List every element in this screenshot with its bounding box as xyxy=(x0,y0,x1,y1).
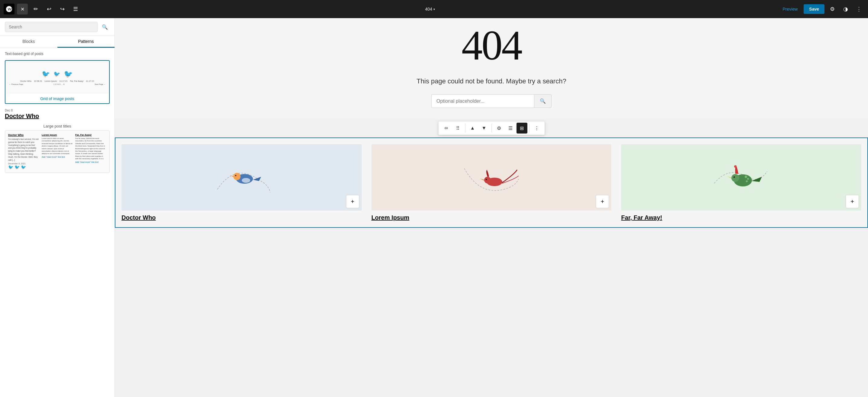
post-image-1: + xyxy=(122,144,362,210)
small-bird-3: 🐦 xyxy=(21,165,26,169)
svg-point-10 xyxy=(747,178,749,180)
svg-point-9 xyxy=(745,175,747,178)
svg-point-1 xyxy=(233,173,241,180)
post-1-add-button[interactable]: + xyxy=(346,195,359,208)
post1-images: 🐦 🐦 🐦 xyxy=(8,165,39,169)
svg-point-2 xyxy=(235,175,236,176)
post-col-3: Far, Far Away! Far far away, behind the … xyxy=(75,134,106,169)
sidebar-tabs: Blocks Patterns xyxy=(0,36,115,48)
green-bird-svg xyxy=(711,153,772,201)
page-numbers: 1 2 3 4 5 … 8 xyxy=(54,84,64,85)
search-icon[interactable]: 🔍 xyxy=(100,22,110,32)
404-text: 404 xyxy=(115,24,868,66)
bird-icon-1: 🐦 xyxy=(42,70,50,78)
svg-point-5 xyxy=(484,177,491,184)
prev-page-label: ← Previous Page xyxy=(9,84,23,85)
toolbar-move-up-button[interactable]: ▲ xyxy=(467,123,478,134)
svg-point-12 xyxy=(732,174,739,182)
wp-logo xyxy=(4,4,14,14)
svg-point-11 xyxy=(746,180,748,182)
page-search-button[interactable]: 🔍 xyxy=(534,94,552,108)
settings-button[interactable]: ⚙ xyxy=(827,4,838,14)
text-based-grid-label: Text-based grid of posts xyxy=(0,48,115,58)
post1-date: December 8, 2021 xyxy=(8,163,39,165)
toolbar-divider-2 xyxy=(491,124,492,132)
chevron-down-icon: ▾ xyxy=(433,7,435,11)
sidebar-search-area: 🔍 xyxy=(0,18,115,36)
topbar-right: Preview Save ⚙ ◑ ⋮ xyxy=(779,4,865,14)
page-search-input[interactable] xyxy=(431,94,534,108)
list-view-button[interactable]: ☰ xyxy=(70,4,81,14)
post-item-1: + Doctor Who xyxy=(122,144,362,221)
page-label: 404 xyxy=(425,7,432,11)
blue-bird-svg xyxy=(211,153,272,201)
post2-add-link[interactable]: Add "read more" link text xyxy=(42,156,73,158)
posts-grid-section: + Doctor Who xyxy=(115,137,868,228)
next-page-label: Next Page → xyxy=(95,84,105,85)
bird-icon-3: 🐦 xyxy=(64,70,73,78)
toolbar-grid-button[interactable]: ⊞ xyxy=(517,123,527,134)
post-item-2: + Lorem Ipsum xyxy=(371,144,612,221)
toolbar-align-button[interactable]: ☰ xyxy=(505,123,516,134)
toolbar-move-down-button[interactable]: ▼ xyxy=(479,123,490,134)
preview-labels: Doctor Who 12.08.21 Lorem Ipsum 11.17.21… xyxy=(20,80,94,82)
page-selector[interactable]: 404 ▾ xyxy=(425,7,435,11)
post-3-add-button[interactable]: + xyxy=(846,195,859,208)
toolbar-infinity-button[interactable]: ∞ xyxy=(441,123,452,134)
label-doctor-who: Doctor Who xyxy=(20,80,31,82)
main-layout: 🔍 Blocks Patterns Text-based grid of pos… xyxy=(0,18,868,397)
post3-body: Far far away, behind the word mountains,… xyxy=(75,137,106,160)
tab-patterns[interactable]: Patterns xyxy=(57,36,115,48)
search-input[interactable] xyxy=(5,22,98,32)
post1-body: I'm nobody's taxi service; I'm not gonna… xyxy=(8,138,39,161)
toolbar-settings-button[interactable]: ⚙ xyxy=(494,123,504,134)
post-1-title[interactable]: Doctor Who xyxy=(122,214,362,221)
svg-point-14 xyxy=(734,177,734,177)
preview-pagination: ← Previous Page 1 2 3 4 5 … 8 Next Page … xyxy=(8,82,107,85)
post3-add-link[interactable]: Add "read more" link text xyxy=(75,161,106,163)
post3-title: Far, Far Away! xyxy=(75,134,106,136)
edit-icon-button[interactable]: ✏ xyxy=(30,4,41,14)
label-far-away: Far, Far Away! xyxy=(70,80,84,82)
redo-button[interactable]: ↪ xyxy=(57,4,68,14)
red-bird-svg xyxy=(461,153,522,201)
label-date-3: 11.17.21 xyxy=(86,80,94,82)
close-button[interactable]: ✕ xyxy=(17,4,28,14)
svg-point-3 xyxy=(242,178,250,183)
grid-of-image-posts-label: Grid of image posts xyxy=(5,94,109,103)
preview-button[interactable]: Preview xyxy=(779,5,802,13)
post-image-3: + xyxy=(621,144,861,210)
post-item-3: + Far, Far Away! xyxy=(621,144,861,221)
post-3-title[interactable]: Far, Far Away! xyxy=(621,214,861,221)
toolbar-more-button[interactable]: ⋮ xyxy=(531,123,542,134)
toolbar-drag-button[interactable]: ⠿ xyxy=(453,123,463,134)
grid-of-image-posts-card[interactable]: 🐦 🐦 🐦 Doctor Who 12.08.21 Lorem Ipsum 11… xyxy=(5,60,110,104)
post-2-add-button[interactable]: + xyxy=(596,195,609,208)
post2-body: Lorem ipsum dolor sit amet, consectetur … xyxy=(42,137,73,155)
large-post-title: Doctor Who xyxy=(5,113,110,120)
post1-title: Doctor Who xyxy=(8,134,39,137)
pattern-card-preview: 🐦 🐦 🐦 Doctor Who 12.08.21 Lorem Ipsum 11… xyxy=(5,61,109,94)
toolbar-divider-1 xyxy=(465,124,465,132)
sidebar-content: Text-based grid of posts 🐦 🐦 🐦 Doctor Wh… xyxy=(0,48,115,397)
large-post-section: Dec 8 Doctor Who Large post titles Docto… xyxy=(0,106,115,175)
large-post-titles-label: Large post titles xyxy=(5,122,110,130)
posts-grid: + Doctor Who xyxy=(122,144,861,221)
post-2-title[interactable]: Lorem Ipsum xyxy=(371,214,612,221)
post-col-1: Doctor Who I'm nobody's taxi service; I'… xyxy=(8,134,39,169)
undo-button[interactable]: ↩ xyxy=(43,4,54,14)
preview-birds: 🐦 🐦 🐦 xyxy=(42,70,73,78)
label-date-2: 11.17.21 xyxy=(59,80,67,82)
label-lorem: Lorem Ipsum xyxy=(44,80,57,82)
save-button[interactable]: Save xyxy=(804,4,825,14)
label-date-1: 12.08.21 xyxy=(34,80,42,82)
large-post-date: Dec 8 xyxy=(5,109,110,112)
floating-toolbar: ∞ ⠿ ▲ ▼ ⚙ ☰ ⊞ ⋮ xyxy=(438,121,545,135)
tab-blocks[interactable]: Blocks xyxy=(0,36,57,48)
svg-point-6 xyxy=(486,179,487,180)
post-image-2: + xyxy=(371,144,612,210)
contrast-button[interactable]: ◑ xyxy=(840,4,851,14)
more-options-button[interactable]: ⋮ xyxy=(854,4,864,14)
small-bird-2: 🐦 xyxy=(14,165,20,169)
svg-point-13 xyxy=(733,176,735,178)
